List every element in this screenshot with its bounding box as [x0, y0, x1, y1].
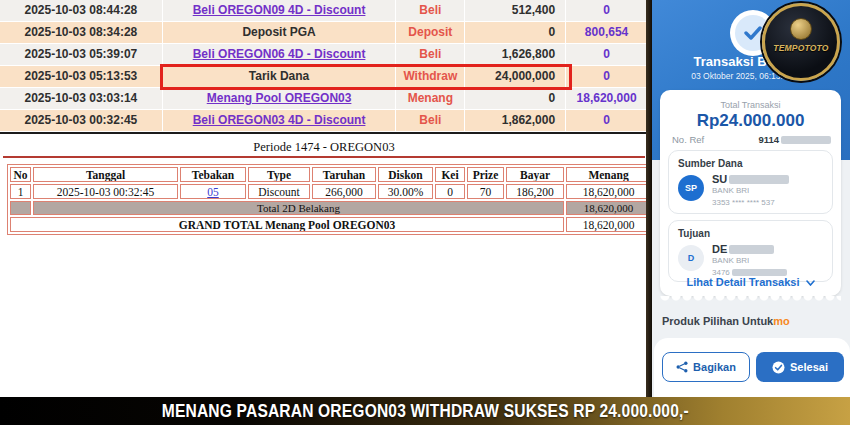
screenshot-stage: 2025-10-03 08:44:28 Beli OREGON09 4D - D…	[0, 0, 850, 425]
col-header-diskon: Diskon	[378, 167, 433, 182]
table-row-highlighted: 2025-10-03 05:13:53 Tarik Dana Withdraw …	[0, 66, 648, 87]
chevron-down-icon	[806, 280, 815, 286]
transaction-description-link[interactable]: Beli OREGON03 4D - Discount	[163, 110, 396, 131]
periode-underline	[3, 156, 645, 158]
bet-total-row: Total 2D Belakang 18,620,000	[10, 201, 651, 215]
bet-tebakan-link[interactable]: 05	[180, 184, 246, 199]
transaction-description-link[interactable]: Menang Pool OREGON03	[163, 88, 396, 109]
source-name: SU	[712, 173, 789, 185]
source-name-text: SU	[712, 173, 727, 185]
transaction-description-link[interactable]: Beli OREGON06 4D - Discount	[163, 44, 396, 65]
receipt-card: Total Transaksi Rp24.000.000 No. Ref 911…	[660, 90, 841, 296]
transaction-datetime: 2025-10-03 08:44:28	[0, 0, 162, 21]
transaction-debit: 24,000,000	[465, 66, 565, 87]
transaction-datetime: 2025-10-03 05:13:53	[0, 66, 162, 87]
source-account-card: Sumber Dana SP SU BANK BRI 3353 **** ***…	[668, 150, 833, 214]
transaction-type: Beli	[396, 110, 464, 131]
grand-total-label: GRAND TOTAL Menang Pool OREGON03	[10, 217, 564, 232]
col-header-tanggal: Tanggal	[33, 167, 178, 182]
destination-bank: BANK BRI	[712, 255, 787, 267]
source-bank: BANK BRI	[712, 185, 789, 197]
destination-name-text: DE	[712, 243, 727, 255]
destination-avatar: D	[678, 245, 704, 271]
logo-text: TEMPOTOTO	[765, 43, 837, 53]
bet-data-row: 1 2025-10-03 00:32:45 05 Discount 266,00…	[10, 184, 651, 199]
transaction-description: Tarik Dana	[163, 66, 396, 87]
view-detail-label: Lihat Detail Transaksi	[686, 276, 799, 288]
destination-name: DE	[712, 243, 787, 255]
logo-emblem-icon	[790, 18, 812, 40]
source-section-label: Sumber Dana	[678, 158, 823, 169]
promo-banner: MENANG PASARAN OREGON03 WITHDRAW SUKSES …	[0, 397, 850, 425]
col-header-no: No	[10, 167, 31, 182]
redaction-bar	[732, 269, 787, 276]
share-button[interactable]: Bagikan	[662, 352, 750, 382]
brimo-brand-text: mo	[773, 315, 790, 327]
col-header-menang: Menang	[566, 167, 651, 182]
transaction-type: Beli	[396, 0, 464, 21]
transaction-datetime: 2025-10-03 03:03:14	[0, 88, 162, 109]
transaction-type: Withdraw	[396, 66, 464, 87]
transaction-type: Deposit	[396, 22, 464, 43]
bet-menang: 18,620,000	[566, 184, 651, 199]
share-icon	[676, 361, 688, 373]
total-row-label: Total 2D Belakang	[33, 201, 564, 215]
view-detail-link[interactable]: Lihat Detail Transaksi	[660, 276, 841, 288]
ref-label: No. Ref	[672, 134, 704, 145]
transaction-debit: 0	[465, 22, 565, 43]
table-divider	[0, 132, 648, 134]
total-row-spacer	[10, 201, 31, 215]
source-account-row: SP SU BANK BRI 3353 **** **** 537	[678, 173, 823, 208]
transaction-type: Beli	[396, 44, 464, 65]
table-row: 2025-10-03 08:44:28 Beli OREGON09 4D - D…	[0, 0, 648, 21]
grand-total-value: 18,620,000	[566, 217, 651, 232]
transaction-credit: 0	[566, 44, 647, 65]
transaction-debit: 1,862,000	[465, 110, 565, 131]
bet-no: 1	[10, 184, 31, 199]
total-transaction-value: Rp24.000.000	[660, 111, 841, 131]
ref-number: 9114	[758, 134, 779, 145]
table-row: 2025-10-03 00:32:45 Beli OREGON03 4D - D…	[0, 110, 648, 131]
transaction-datetime: 2025-10-03 05:39:07	[0, 44, 162, 65]
ref-value: 9114	[758, 134, 831, 145]
done-button-label: Selesai	[790, 361, 828, 373]
transaction-history-table: 2025-10-03 08:44:28 Beli OREGON09 4D - D…	[0, 0, 648, 132]
destination-section-label: Tujuan	[678, 228, 823, 239]
receipt-button-panel: Bagikan Selesai	[654, 338, 850, 397]
destination-account-card: Tujuan D DE BANK BRI 3476	[668, 220, 833, 282]
transaction-credit: 0	[566, 110, 647, 131]
transaction-description: Deposit PGA	[163, 22, 396, 43]
bet-grand-total-row: GRAND TOTAL Menang Pool OREGON03 18,620,…	[10, 217, 651, 232]
bet-bayar: 186,200	[506, 184, 564, 199]
transaction-debit: 512,400	[465, 0, 565, 21]
transaction-description-link[interactable]: Beli OREGON09 4D - Discount	[163, 0, 396, 21]
bet-tanggal: 2025-10-03 00:32:45	[33, 184, 178, 199]
transaction-credit: 0	[566, 0, 647, 21]
redaction-bar	[729, 175, 789, 184]
source-account-number: 3353 **** **** 537	[712, 197, 789, 209]
transaction-credit: 18,620,000	[566, 88, 647, 109]
transaction-credit: 800,654	[566, 22, 647, 43]
source-avatar: SP	[678, 175, 704, 201]
products-label-text: Produk Pilihan Untuk	[662, 315, 773, 327]
promo-banner-text: MENANG PASARAN OREGON03 WITHDRAW SUKSES …	[161, 400, 688, 422]
reference-row: No. Ref 9114	[672, 134, 831, 145]
periode-title: Periode 1474 - OREGON03	[4, 140, 644, 155]
table-row: 2025-10-03 03:03:14 Menang Pool OREGON03…	[0, 88, 648, 109]
bank-receipt-panel: TEMPOTOTO Transaksi Berhasil 03 Oktober …	[652, 0, 850, 397]
col-header-prize: Prize	[467, 167, 504, 182]
bet-prize: 70	[467, 184, 504, 199]
done-button[interactable]: Selesai	[756, 352, 844, 382]
bet-diskon: 30.00%	[378, 184, 433, 199]
check-circle-icon	[772, 361, 785, 374]
table-row: 2025-10-03 08:34:28 Deposit PGA Deposit …	[0, 22, 648, 43]
table-row: 2025-10-03 05:39:07 Beli OREGON06 4D - D…	[0, 44, 648, 65]
transaction-debit: 0	[465, 88, 565, 109]
redaction-bar	[781, 136, 831, 144]
col-header-taruhan: Taruhan	[312, 167, 376, 182]
destination-account-row: D DE BANK BRI 3476	[678, 243, 823, 278]
total-row-value: 18,620,000	[566, 201, 651, 215]
share-button-label: Bagikan	[693, 361, 736, 373]
bet-detail-table: No Tanggal Tebakan Type Taruhan Diskon K…	[7, 164, 654, 235]
receipt-scalloped-edge	[660, 296, 841, 302]
